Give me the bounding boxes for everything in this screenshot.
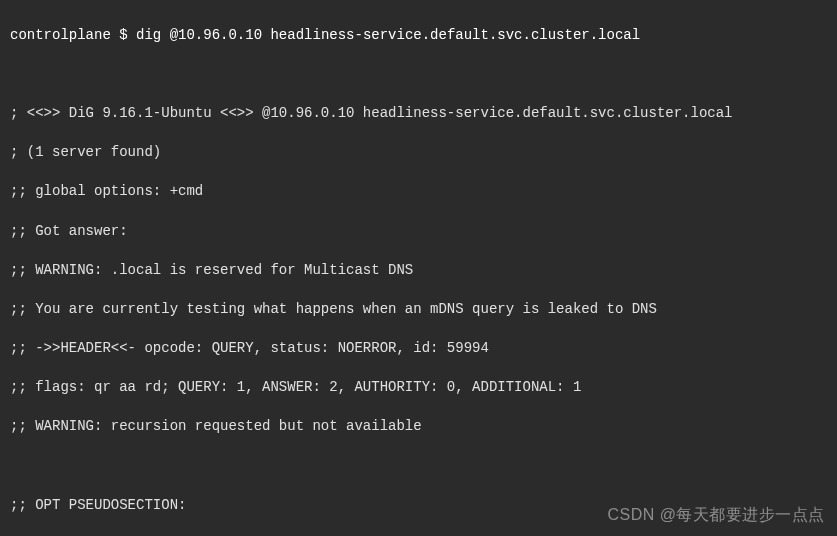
warning-mdns-1: ;; WARNING: .local is reserved for Multi… — [10, 261, 827, 281]
prompt-line: controlplane $ dig @10.96.0.10 headlines… — [10, 26, 827, 46]
dig-banner: ; <<>> DiG 9.16.1-Ubuntu <<>> @10.96.0.1… — [10, 104, 827, 124]
terminal-output: controlplane $ dig @10.96.0.10 headlines… — [0, 0, 837, 536]
header-line: ;; ->>HEADER<<- opcode: QUERY, status: N… — [10, 339, 827, 359]
command-text: dig @10.96.0.10 headliness-service.defau… — [136, 27, 640, 43]
warning-recursion: ;; WARNING: recursion requested but not … — [10, 417, 827, 437]
servers-found: ; (1 server found) — [10, 143, 827, 163]
global-options: ;; global options: +cmd — [10, 182, 827, 202]
got-answer: ;; Got answer: — [10, 222, 827, 242]
blank-line — [10, 65, 827, 85]
flags-line: ;; flags: qr aa rd; QUERY: 1, ANSWER: 2,… — [10, 378, 827, 398]
watermark-text: CSDN @每天都要进步一点点 — [607, 504, 825, 526]
warning-mdns-2: ;; You are currently testing what happen… — [10, 300, 827, 320]
prompt-sep: $ — [119, 27, 127, 43]
prompt-host: controlplane — [10, 27, 111, 43]
blank-line — [10, 457, 827, 477]
